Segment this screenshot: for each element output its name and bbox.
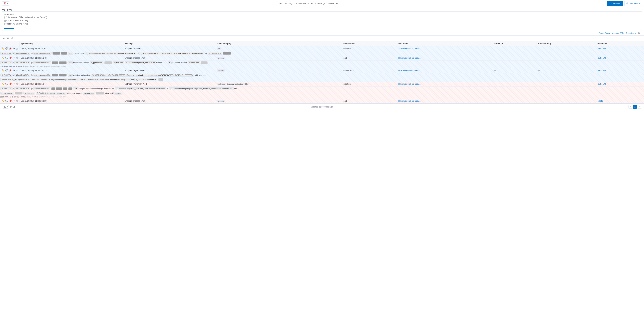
more-icon[interactable]: ••• bbox=[13, 47, 15, 50]
detail-process: >_ python.exe bbox=[0, 92, 14, 95]
table-row-detail: 🖥 SYSTEM \ NT AUTHORITY @ estec-windows-… bbox=[0, 60, 644, 68]
col-source-ip[interactable]: source.ip bbox=[492, 41, 536, 46]
table-row-detail: 🖥 SYSTEM \ NT AUTHORITY @ estec-windows-… bbox=[0, 86, 644, 99]
pin-icon[interactable]: 📌 bbox=[9, 83, 12, 85]
expand-icon[interactable]: ✏️ bbox=[2, 100, 4, 102]
data-view-button[interactable]: ⎙ Data view ▾ bbox=[624, 1, 642, 6]
detail-path: C:\Tools\alerting\mock_malware.py bbox=[125, 61, 156, 64]
share-button[interactable]: ⎙ bbox=[11, 36, 14, 40]
col-host-name[interactable]: host.name bbox=[396, 41, 492, 46]
share-row-icon[interactable]: ◎ bbox=[16, 47, 18, 50]
results-table: @timestamp message event.category event.… bbox=[0, 41, 644, 104]
date-start: Jun 1, 2022 @ 11:43:06.264 bbox=[278, 2, 306, 5]
col-destination-ip[interactable]: destination.ip bbox=[536, 41, 596, 46]
col-event-category[interactable]: event.category bbox=[215, 41, 342, 46]
date-end: Jun 6, 2022 @ 11:53:06.264 bbox=[311, 2, 338, 5]
eql-editor[interactable]: sequence [file where file.extension == "… bbox=[2, 11, 642, 31]
share-row-icon[interactable]: ◎ bbox=[16, 57, 18, 59]
row-actions: ✏️ 💬 📌 ••• ◎ bbox=[0, 68, 20, 73]
table-row: ✏️ 💬 📌 ••• ◎ Jun 6, 2022 @ 11:42:25.313 … bbox=[0, 68, 644, 73]
cell-timestamp: Jun 6, 2022 @ 11:42:25.264 bbox=[20, 46, 123, 51]
detail-file: 📄 endpoint-large-files_TestData_EicarVar… bbox=[115, 87, 166, 90]
cell-host-name[interactable]: estec-windows-10-nasta... bbox=[396, 82, 492, 87]
updated-text: Updated 21 seconds ago bbox=[310, 106, 333, 108]
pin-icon[interactable]: 📌 bbox=[9, 100, 12, 102]
detail-days: -5d bbox=[68, 61, 73, 64]
cell-event-action: creation bbox=[342, 82, 396, 87]
refresh-label: Refresh bbox=[613, 2, 620, 5]
refresh-button[interactable]: ↺ Refresh bbox=[607, 1, 623, 6]
detail-result: success bbox=[114, 92, 122, 95]
detail-cell: 🖥 SYSTEM \ NT AUTHORITY @ estec-windows-… bbox=[0, 51, 644, 56]
detail-host: estec-windows-10 bbox=[33, 87, 50, 90]
detail-redacted-1: ███ bbox=[52, 61, 58, 64]
pin-icon[interactable]: 📌 bbox=[9, 69, 12, 72]
cell-message: Endpoint process event bbox=[123, 99, 215, 104]
share-row-icon[interactable]: ◎ bbox=[16, 83, 18, 85]
more-icon[interactable]: ••• bbox=[13, 69, 15, 72]
cell-timestamp: Jun 6, 2022 @ 11:42:26.810 bbox=[20, 99, 123, 104]
detail-redacted-1: ████ bbox=[52, 52, 60, 55]
expand-icon[interactable]: ✏️ bbox=[2, 69, 4, 72]
page-1-button[interactable]: 1 bbox=[633, 105, 637, 109]
cell-user-name: SYSTEM bbox=[596, 68, 644, 73]
detail-host: estec-windows-10- bbox=[33, 74, 51, 77]
detail-version: ██ bbox=[158, 78, 164, 81]
comment-icon[interactable]: 💬 bbox=[5, 69, 8, 72]
pin-icon[interactable]: 📌 bbox=[9, 47, 12, 50]
detail-days: -5d bbox=[73, 87, 78, 90]
cell-event-category: registry bbox=[215, 68, 342, 73]
eql-line-4: [registry where true] bbox=[4, 23, 640, 26]
detail-redacted-2: ████ bbox=[59, 61, 67, 64]
cell-host-name[interactable]: estec-windows-10-nasta... bbox=[396, 56, 492, 61]
refresh-icon: ↺ bbox=[610, 2, 612, 5]
comment-icon[interactable]: 💬 bbox=[5, 100, 8, 102]
cell-message: Endpoint file event bbox=[123, 46, 215, 51]
cell-event-action: end bbox=[342, 56, 396, 61]
pin-icon[interactable]: 📌 bbox=[9, 57, 12, 59]
expand-icon[interactable]: ✏️ bbox=[2, 57, 4, 59]
table-footer: 12 ▾ of 12 Updated 21 seconds ago ‹ 1 › bbox=[0, 104, 644, 110]
calendar-button[interactable]: 📅 ▾ bbox=[2, 2, 9, 6]
detail-redacted-3: █. bbox=[63, 87, 67, 90]
more-icon[interactable]: ••• bbox=[13, 100, 15, 102]
comment-icon[interactable]: 💬 bbox=[5, 57, 8, 59]
cell-event-action: end bbox=[342, 99, 396, 104]
data-view-chevron: ▾ bbox=[639, 2, 640, 5]
cell-host-name[interactable]: estec-windows-10-nasta... bbox=[396, 99, 492, 104]
comment-icon[interactable]: 💬 bbox=[5, 47, 8, 50]
detail-exe: python.exe bbox=[24, 92, 35, 95]
col-timestamp[interactable]: @timestamp bbox=[20, 41, 123, 46]
cell-host-name[interactable]: estec-windows-10-nasta... bbox=[396, 68, 492, 73]
detail-host: estec-windows-10-r bbox=[33, 52, 52, 55]
row-actions: ✏️ 💬 📌 ••• ◎ bbox=[0, 56, 20, 61]
share-row-icon[interactable]: ◎ bbox=[16, 69, 18, 72]
table-row: ✏️ 💬 📌 ••• ◎ Jun 6, 2022 @ 11:42:26.810 … bbox=[0, 99, 644, 104]
detail-exe: python.exe bbox=[113, 61, 124, 64]
more-icon[interactable]: ••• bbox=[13, 57, 15, 59]
next-page-button[interactable]: › bbox=[638, 105, 641, 109]
col-message[interactable]: message bbox=[123, 41, 215, 46]
expand-icon[interactable]: ✏️ bbox=[2, 83, 4, 85]
prev-page-button[interactable]: ‹ bbox=[628, 105, 632, 109]
settings-button[interactable]: ⚙ bbox=[6, 36, 10, 40]
detail-user: 🖥 SYSTEM bbox=[0, 74, 12, 77]
calendar-icon: 📅 bbox=[4, 2, 6, 5]
cell-host-name[interactable]: estec-windows-10-nasta... bbox=[396, 46, 492, 51]
detail-cell: 🖥 SYSTEM \ NT AUTHORITY @ estec-windows-… bbox=[0, 86, 644, 99]
detail-parent: svchost.exe bbox=[188, 61, 200, 64]
cell-message: Malware Prevention Alert bbox=[123, 82, 215, 87]
col-event-action[interactable]: event.action bbox=[342, 41, 396, 46]
expand-icon[interactable]: ✏️ bbox=[2, 47, 4, 50]
col-user-name[interactable]: user.name bbox=[596, 41, 644, 46]
rows-per-page-select[interactable]: 12 ▾ bbox=[3, 105, 9, 109]
columns-button[interactable]: ⊞ bbox=[2, 36, 5, 40]
data-view-label: Data view bbox=[628, 2, 638, 5]
share-row-icon[interactable]: ◎ bbox=[16, 100, 18, 102]
comment-icon[interactable]: 💬 bbox=[5, 83, 8, 85]
eql-overview-link[interactable]: Event Query Language (EQL) Overview ↗ bbox=[599, 32, 636, 34]
eql-settings-icon[interactable]: ⚙ bbox=[638, 32, 640, 35]
eql-footer: Event Query Language (EQL) Overview ↗ ⚙ bbox=[2, 31, 642, 36]
detail-version: █.█.█ bbox=[104, 61, 112, 64]
more-icon[interactable]: ••• bbox=[13, 83, 15, 85]
